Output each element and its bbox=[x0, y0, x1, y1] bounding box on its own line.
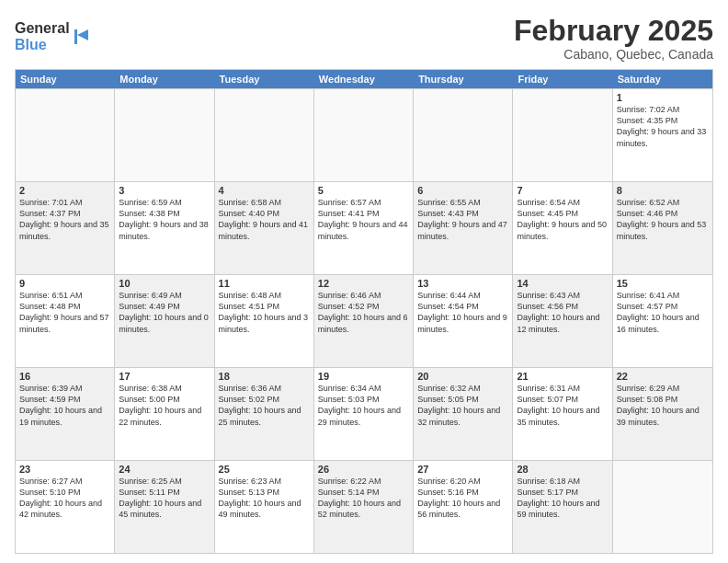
cell-info: Sunrise: 6:55 AM Sunset: 4:43 PM Dayligh… bbox=[417, 197, 508, 242]
calendar-cell-3-4: 20Sunrise: 6:32 AM Sunset: 5:05 PM Dayli… bbox=[414, 368, 513, 460]
calendar-cell-2-4: 13Sunrise: 6:44 AM Sunset: 4:54 PM Dayli… bbox=[414, 275, 513, 367]
cell-info: Sunrise: 6:27 AM Sunset: 5:10 PM Dayligh… bbox=[19, 476, 110, 521]
calendar-cell-2-1: 10Sunrise: 6:49 AM Sunset: 4:49 PM Dayli… bbox=[115, 275, 214, 367]
day-number: 23 bbox=[19, 464, 110, 475]
cell-info: Sunrise: 6:36 AM Sunset: 5:02 PM Dayligh… bbox=[219, 383, 310, 428]
calendar-row-2: 9Sunrise: 6:51 AM Sunset: 4:48 PM Daylig… bbox=[16, 274, 712, 367]
day-number: 17 bbox=[119, 371, 210, 382]
header-day-saturday: Saturday bbox=[613, 70, 712, 88]
cell-info: Sunrise: 6:59 AM Sunset: 4:38 PM Dayligh… bbox=[119, 197, 210, 242]
cell-info: Sunrise: 6:41 AM Sunset: 4:57 PM Dayligh… bbox=[617, 290, 709, 335]
cell-info: Sunrise: 6:31 AM Sunset: 5:07 PM Dayligh… bbox=[517, 383, 608, 428]
cell-info: Sunrise: 6:58 AM Sunset: 4:40 PM Dayligh… bbox=[219, 197, 310, 242]
logo: General Blue bbox=[15, 15, 107, 55]
cell-info: Sunrise: 6:22 AM Sunset: 5:14 PM Dayligh… bbox=[318, 476, 409, 521]
location: Cabano, Quebec, Canada bbox=[514, 47, 713, 62]
cell-info: Sunrise: 6:38 AM Sunset: 5:00 PM Dayligh… bbox=[119, 383, 210, 428]
calendar-cell-3-2: 18Sunrise: 6:36 AM Sunset: 5:02 PM Dayli… bbox=[215, 368, 314, 460]
calendar-cell-3-0: 16Sunrise: 6:39 AM Sunset: 4:59 PM Dayli… bbox=[16, 368, 115, 460]
cell-info: Sunrise: 7:02 AM Sunset: 4:35 PM Dayligh… bbox=[617, 104, 709, 149]
day-number: 5 bbox=[318, 185, 409, 196]
svg-text:General: General bbox=[15, 20, 70, 36]
calendar-cell-4-1: 24Sunrise: 6:25 AM Sunset: 5:11 PM Dayli… bbox=[115, 461, 214, 553]
logo-svg: General Blue bbox=[15, 15, 107, 55]
calendar-cell-4-3: 26Sunrise: 6:22 AM Sunset: 5:14 PM Dayli… bbox=[314, 461, 414, 553]
day-number: 21 bbox=[517, 371, 608, 382]
header-day-monday: Monday bbox=[115, 70, 214, 88]
day-number: 22 bbox=[617, 371, 709, 382]
day-number: 13 bbox=[417, 278, 508, 289]
day-number: 19 bbox=[318, 371, 409, 382]
cell-info: Sunrise: 6:51 AM Sunset: 4:48 PM Dayligh… bbox=[19, 290, 110, 335]
calendar-cell-0-4 bbox=[414, 89, 513, 181]
calendar-cell-1-1: 3Sunrise: 6:59 AM Sunset: 4:38 PM Daylig… bbox=[115, 182, 214, 274]
cell-info: Sunrise: 6:43 AM Sunset: 4:56 PM Dayligh… bbox=[517, 290, 608, 335]
calendar-cell-4-2: 25Sunrise: 6:23 AM Sunset: 5:13 PM Dayli… bbox=[215, 461, 314, 553]
header-day-wednesday: Wednesday bbox=[314, 70, 414, 88]
calendar-cell-4-4: 27Sunrise: 6:20 AM Sunset: 5:16 PM Dayli… bbox=[414, 461, 513, 553]
day-number: 14 bbox=[517, 278, 608, 289]
cell-info: Sunrise: 6:49 AM Sunset: 4:49 PM Dayligh… bbox=[119, 290, 210, 335]
calendar-cell-1-3: 5Sunrise: 6:57 AM Sunset: 4:41 PM Daylig… bbox=[314, 182, 414, 274]
calendar-cell-0-6: 1Sunrise: 7:02 AM Sunset: 4:35 PM Daylig… bbox=[613, 89, 712, 181]
cell-info: Sunrise: 6:20 AM Sunset: 5:16 PM Dayligh… bbox=[417, 476, 508, 521]
day-number: 11 bbox=[219, 278, 310, 289]
cell-info: Sunrise: 6:52 AM Sunset: 4:46 PM Dayligh… bbox=[617, 197, 709, 242]
header-day-thursday: Thursday bbox=[414, 70, 513, 88]
calendar-cell-0-0 bbox=[16, 89, 115, 181]
svg-marker-2 bbox=[77, 29, 88, 40]
cell-info: Sunrise: 7:01 AM Sunset: 4:37 PM Dayligh… bbox=[19, 197, 110, 242]
day-number: 15 bbox=[617, 278, 709, 289]
header-day-tuesday: Tuesday bbox=[215, 70, 314, 88]
calendar-cell-1-0: 2Sunrise: 7:01 AM Sunset: 4:37 PM Daylig… bbox=[16, 182, 115, 274]
cell-info: Sunrise: 6:29 AM Sunset: 5:08 PM Dayligh… bbox=[617, 383, 709, 428]
day-number: 2 bbox=[19, 185, 110, 196]
svg-text:Blue: Blue bbox=[15, 37, 47, 52]
day-number: 10 bbox=[119, 278, 210, 289]
svg-rect-3 bbox=[74, 29, 77, 44]
cell-info: Sunrise: 6:25 AM Sunset: 5:11 PM Dayligh… bbox=[119, 476, 210, 521]
header: General Blue February 2025 Cabano, Quebe… bbox=[15, 15, 713, 62]
cell-info: Sunrise: 6:44 AM Sunset: 4:54 PM Dayligh… bbox=[417, 290, 508, 335]
day-number: 27 bbox=[417, 464, 508, 475]
calendar-cell-2-0: 9Sunrise: 6:51 AM Sunset: 4:48 PM Daylig… bbox=[16, 275, 115, 367]
cell-info: Sunrise: 6:48 AM Sunset: 4:51 PM Dayligh… bbox=[219, 290, 310, 335]
calendar-cell-1-4: 6Sunrise: 6:55 AM Sunset: 4:43 PM Daylig… bbox=[414, 182, 513, 274]
cell-info: Sunrise: 6:39 AM Sunset: 4:59 PM Dayligh… bbox=[19, 383, 110, 428]
day-number: 9 bbox=[19, 278, 110, 289]
cell-info: Sunrise: 6:18 AM Sunset: 5:17 PM Dayligh… bbox=[517, 476, 608, 521]
calendar-cell-2-2: 11Sunrise: 6:48 AM Sunset: 4:51 PM Dayli… bbox=[215, 275, 314, 367]
calendar-cell-2-5: 14Sunrise: 6:43 AM Sunset: 4:56 PM Dayli… bbox=[513, 275, 612, 367]
cell-info: Sunrise: 6:32 AM Sunset: 5:05 PM Dayligh… bbox=[417, 383, 508, 428]
day-number: 4 bbox=[219, 185, 310, 196]
cell-info: Sunrise: 6:57 AM Sunset: 4:41 PM Dayligh… bbox=[318, 197, 409, 242]
calendar-cell-2-6: 15Sunrise: 6:41 AM Sunset: 4:57 PM Dayli… bbox=[613, 275, 712, 367]
day-number: 25 bbox=[219, 464, 310, 475]
day-number: 26 bbox=[318, 464, 409, 475]
calendar-cell-2-3: 12Sunrise: 6:46 AM Sunset: 4:52 PM Dayli… bbox=[314, 275, 414, 367]
title-area: February 2025 Cabano, Quebec, Canada bbox=[514, 15, 713, 62]
day-number: 3 bbox=[119, 185, 210, 196]
calendar-cell-0-5 bbox=[513, 89, 612, 181]
calendar-row-1: 2Sunrise: 7:01 AM Sunset: 4:37 PM Daylig… bbox=[16, 181, 712, 274]
day-number: 1 bbox=[617, 92, 709, 103]
calendar: SundayMondayTuesdayWednesdayThursdayFrid… bbox=[15, 69, 713, 554]
day-number: 6 bbox=[417, 185, 508, 196]
calendar-cell-0-2 bbox=[215, 89, 314, 181]
calendar-cell-3-5: 21Sunrise: 6:31 AM Sunset: 5:07 PM Dayli… bbox=[513, 368, 612, 460]
day-number: 20 bbox=[417, 371, 508, 382]
header-day-sunday: Sunday bbox=[16, 70, 115, 88]
page: General Blue February 2025 Cabano, Quebe… bbox=[0, 0, 728, 563]
day-number: 8 bbox=[617, 185, 709, 196]
day-number: 24 bbox=[119, 464, 210, 475]
calendar-body: 1Sunrise: 7:02 AM Sunset: 4:35 PM Daylig… bbox=[16, 88, 712, 553]
calendar-cell-0-3 bbox=[314, 89, 414, 181]
day-number: 12 bbox=[318, 278, 409, 289]
cell-info: Sunrise: 6:54 AM Sunset: 4:45 PM Dayligh… bbox=[517, 197, 608, 242]
day-number: 16 bbox=[19, 371, 110, 382]
cell-info: Sunrise: 6:23 AM Sunset: 5:13 PM Dayligh… bbox=[219, 476, 310, 521]
calendar-cell-3-3: 19Sunrise: 6:34 AM Sunset: 5:03 PM Dayli… bbox=[314, 368, 414, 460]
calendar-cell-1-6: 8Sunrise: 6:52 AM Sunset: 4:46 PM Daylig… bbox=[613, 182, 712, 274]
calendar-cell-3-6: 22Sunrise: 6:29 AM Sunset: 5:08 PM Dayli… bbox=[613, 368, 712, 460]
calendar-row-4: 23Sunrise: 6:27 AM Sunset: 5:10 PM Dayli… bbox=[16, 460, 712, 553]
